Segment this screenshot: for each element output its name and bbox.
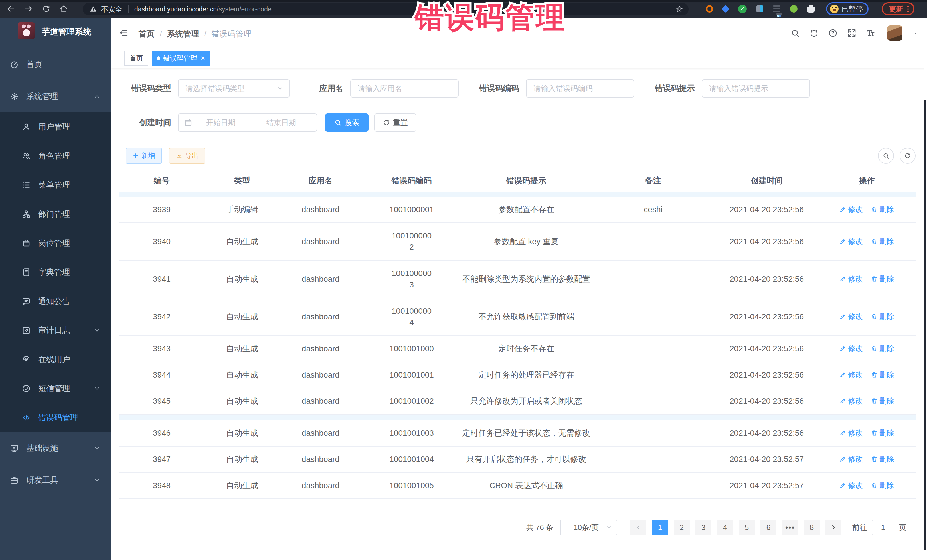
- sidebar-item-菜单管理[interactable]: 菜单管理: [0, 170, 111, 200]
- extension-icon[interactable]: [722, 5, 729, 13]
- browser-menu-icon[interactable]: [907, 6, 909, 12]
- edit-link[interactable]: 修改: [839, 235, 863, 247]
- update-button[interactable]: 更新: [881, 2, 915, 15]
- sidebar-item-在线用户[interactable]: 在线用户: [0, 345, 111, 374]
- org-tree-icon: [22, 210, 31, 219]
- page-button-5[interactable]: 5: [739, 519, 755, 536]
- more-pages[interactable]: •••: [782, 519, 798, 536]
- delete-link[interactable]: 删除: [871, 343, 894, 354]
- delete-link[interactable]: 删除: [871, 395, 894, 407]
- breadcrumb-item[interactable]: 系统管理: [167, 29, 199, 39]
- error-hint-input[interactable]: [702, 79, 810, 97]
- prev-page-button[interactable]: [631, 519, 646, 536]
- sidebar-item-部门管理[interactable]: 部门管理: [0, 200, 111, 229]
- toggle-search-button[interactable]: [878, 148, 894, 164]
- sidebar-item-审计日志[interactable]: 审计日志: [0, 316, 111, 345]
- goto-page-input[interactable]: [872, 519, 895, 536]
- export-button[interactable]: 导出: [169, 148, 205, 164]
- address-bar[interactable]: 不安全 dashboard.yudao.iocoder.cn/system/er…: [83, 3, 688, 15]
- search-button[interactable]: 搜索: [325, 114, 369, 132]
- sidebar-item-短信管理[interactable]: 短信管理: [0, 374, 111, 403]
- page-button-8[interactable]: 8: [804, 519, 820, 536]
- delete-link[interactable]: 删除: [871, 427, 894, 439]
- sidebar-item-通知公告[interactable]: 通知公告: [0, 287, 111, 316]
- user-avatar[interactable]: [887, 25, 903, 41]
- extension-icon[interactable]: [706, 5, 713, 12]
- delete-link[interactable]: 删除: [871, 369, 894, 380]
- browser-reload-icon[interactable]: [42, 4, 51, 14]
- sidebar-item-角色管理[interactable]: 角色管理: [0, 141, 111, 170]
- caret-down-icon[interactable]: [912, 30, 919, 36]
- edit-link[interactable]: 修改: [839, 273, 863, 285]
- search-icon[interactable]: [791, 29, 800, 38]
- browser-forward-icon[interactable]: [24, 4, 33, 14]
- sidebar-item-岗位管理[interactable]: 岗位管理: [0, 229, 111, 258]
- browser-back-icon[interactable]: [6, 4, 15, 14]
- delete-link[interactable]: 删除: [871, 203, 894, 215]
- page-button-1[interactable]: 1: [652, 519, 668, 536]
- column-header[interactable]: 错误码编码: [362, 175, 462, 187]
- sidebar-toggle-icon[interactable]: [119, 28, 128, 38]
- app-name-input[interactable]: [350, 79, 459, 97]
- edit-link[interactable]: 修改: [839, 343, 863, 354]
- column-header[interactable]: 编号: [119, 175, 205, 187]
- security-label[interactable]: 不安全: [101, 5, 122, 14]
- refresh-table-button[interactable]: [900, 148, 916, 164]
- font-size-icon[interactable]: [866, 29, 875, 38]
- edit-link[interactable]: 修改: [839, 395, 863, 407]
- extensions-puzzle-icon[interactable]: [807, 5, 815, 12]
- page-size-select[interactable]: 10条/页: [560, 519, 617, 536]
- error-type-select[interactable]: 请选择错误码类型: [178, 79, 290, 97]
- extension-icon[interactable]: ✓: [738, 5, 747, 13]
- sidebar-item-错误码管理[interactable]: 错误码管理: [0, 403, 111, 432]
- extension-icon[interactable]: on: [773, 5, 780, 12]
- close-icon[interactable]: ×: [201, 54, 205, 62]
- browser-home-icon[interactable]: [59, 4, 68, 14]
- edit-link[interactable]: 修改: [839, 480, 863, 491]
- edit-link[interactable]: 修改: [839, 453, 863, 465]
- url-host[interactable]: dashboard.yudao.iocoder.cn: [134, 5, 217, 13]
- delete-link[interactable]: 删除: [871, 480, 894, 491]
- delete-link[interactable]: 删除: [871, 235, 894, 247]
- page-button-3[interactable]: 3: [695, 519, 711, 536]
- next-page-button[interactable]: [825, 519, 842, 536]
- edit-link[interactable]: 修改: [839, 203, 863, 215]
- date-range-picker[interactable]: 开始日期 - 结束日期: [178, 114, 317, 132]
- bookmark-star-icon[interactable]: [675, 5, 684, 13]
- paused-badge[interactable]: 已暂停: [826, 2, 869, 15]
- column-header[interactable]: 应用名: [280, 175, 362, 187]
- help-icon[interactable]: [828, 29, 837, 38]
- breadcrumb-item[interactable]: 首页: [138, 29, 155, 39]
- url-path[interactable]: /system/error-code: [217, 5, 272, 13]
- column-header[interactable]: 类型: [205, 175, 280, 187]
- reset-button[interactable]: 重置: [374, 114, 416, 132]
- page-button-4[interactable]: 4: [717, 519, 733, 536]
- edit-link[interactable]: 修改: [839, 369, 863, 380]
- sidebar-item-研发工具[interactable]: 研发工具: [0, 464, 111, 496]
- column-header[interactable]: 错误码提示: [462, 175, 591, 187]
- column-header[interactable]: 操作: [818, 175, 916, 187]
- delete-link[interactable]: 删除: [871, 453, 894, 465]
- extension-icon[interactable]: [757, 5, 763, 12]
- tab-首页[interactable]: 首页: [125, 51, 148, 65]
- edit-link[interactable]: 修改: [839, 427, 863, 439]
- sidebar-item-首页[interactable]: 首页: [0, 49, 111, 80]
- edit-link[interactable]: 修改: [839, 311, 863, 322]
- sidebar-item-系统管理[interactable]: 系统管理: [0, 80, 111, 112]
- column-header[interactable]: 备注: [591, 175, 715, 187]
- add-button[interactable]: 新增: [126, 148, 162, 164]
- page-button-2[interactable]: 2: [674, 519, 690, 536]
- sidebar-item-基础设施[interactable]: 基础设施: [0, 432, 111, 464]
- column-header[interactable]: 创建时间: [715, 175, 818, 187]
- page-button-6[interactable]: 6: [760, 519, 777, 536]
- delete-link[interactable]: 删除: [871, 273, 894, 285]
- sidebar-item-用户管理[interactable]: 用户管理: [0, 112, 111, 141]
- github-icon[interactable]: [810, 29, 819, 38]
- sidebar-item-字典管理[interactable]: 字典管理: [0, 258, 111, 287]
- fullscreen-icon[interactable]: [847, 29, 856, 38]
- extension-icon[interactable]: [790, 5, 798, 12]
- delete-link[interactable]: 删除: [871, 311, 894, 322]
- error-code-input[interactable]: [526, 79, 634, 97]
- window-scrollbar[interactable]: [924, 18, 927, 560]
- tab-错误码管理[interactable]: 错误码管理×: [152, 51, 210, 65]
